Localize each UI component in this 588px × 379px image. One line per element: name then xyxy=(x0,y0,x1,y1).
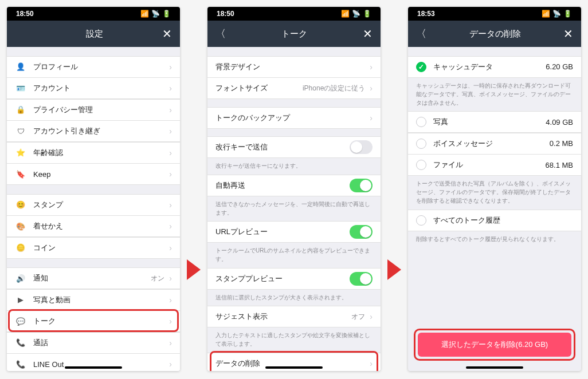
row-label: トークのバックアップ xyxy=(215,113,370,123)
data-option-row[interactable]: ファイル68.1 MB xyxy=(408,154,581,176)
row-label: トーク xyxy=(33,316,169,326)
settings-row[interactable]: 改行キーで送信 xyxy=(207,136,381,158)
settings-row[interactable]: 自動再送 xyxy=(207,175,381,196)
settings-row[interactable]: 😊スタンプ› xyxy=(7,194,180,216)
settings-row[interactable]: スタンププレビュー xyxy=(207,268,381,290)
chevron-icon: › xyxy=(370,359,373,368)
settings-row[interactable]: URLプレビュー xyxy=(207,221,381,243)
row-label: サジェスト表示 xyxy=(215,311,351,322)
description-text: 改行キーが送信キーになります。 xyxy=(207,158,381,175)
battery-icon: 🔋 xyxy=(162,10,171,18)
status-icons: 📶 📡 🔋 xyxy=(341,10,371,18)
data-size: 68.1 MB xyxy=(546,161,573,169)
header-title: トーク xyxy=(226,29,363,40)
settings-row[interactable]: トークのバックアップ› xyxy=(207,107,381,129)
radio[interactable] xyxy=(416,160,426,170)
status-bar: 18:53 📶 📡 🔋 xyxy=(408,7,581,21)
phone-icon: 📞 xyxy=(15,338,26,347)
data-option-row[interactable]: キャッシュデータ6.20 GB xyxy=(408,56,581,78)
radio[interactable] xyxy=(416,139,426,149)
radio[interactable] xyxy=(416,215,426,226)
home-indicator[interactable] xyxy=(466,366,523,369)
close-icon[interactable]: ✕ xyxy=(363,27,373,41)
chevron-icon: › xyxy=(169,62,172,72)
chevron-icon: › xyxy=(169,317,172,326)
settings-row[interactable]: 📞通話› xyxy=(7,332,180,354)
play-icon: ▶ xyxy=(15,295,26,304)
signal-icon: 📶 xyxy=(140,10,149,18)
settings-row[interactable]: 👤プロフィール› xyxy=(7,56,180,78)
shield-icon: 🛡 xyxy=(15,127,26,136)
phone-talk: 18:50 📶 📡 🔋 〈 トーク ✕ 背景デザイン›フォントサイズiPhone… xyxy=(207,7,381,371)
chevron-icon: › xyxy=(169,169,172,179)
row-label: 写真 xyxy=(433,117,546,127)
settings-row[interactable]: 🛡アカウント引き継ぎ› xyxy=(7,120,180,142)
settings-row[interactable]: 🪪アカウント› xyxy=(7,77,180,99)
description-text: トークで送受信された写真（アルバムを除く）、ボイスメッセージ、ファイルのデータで… xyxy=(408,176,581,210)
settings-row[interactable]: ⭐年齢確認› xyxy=(7,142,180,164)
arrow-icon xyxy=(387,259,401,280)
description-text: キャッシュデータは、一時的に保存された再ダウンロード可能なデータです。写真、ボイ… xyxy=(408,78,581,112)
settings-row[interactable]: 背景デザイン› xyxy=(207,56,381,78)
chevron-icon: › xyxy=(370,113,373,123)
row-label: プロフィール xyxy=(33,62,169,72)
row-label: プライバシー管理 xyxy=(33,105,169,115)
toggle[interactable] xyxy=(350,272,373,286)
signal-icon: 📶 xyxy=(341,10,350,18)
chevron-icon: › xyxy=(169,148,172,157)
chevron-icon: › xyxy=(370,84,373,93)
settings-row[interactable]: 🎨着せかえ› xyxy=(7,215,180,237)
settings-list: 👤プロフィール›🪪アカウント›🔒プライバシー管理›🛡アカウント引き継ぎ›⭐年齢確… xyxy=(7,47,180,371)
chevron-icon: › xyxy=(169,105,172,115)
row-label: Keep xyxy=(33,170,169,179)
delete-data-list: キャッシュデータ6.20 GBキャッシュデータは、一時的に保存された再ダウンロー… xyxy=(408,47,581,371)
data-option-row[interactable]: ボイスメッセージ0.2 MB xyxy=(408,133,581,155)
header-title: データの削除 xyxy=(426,29,563,40)
data-size: 4.09 GB xyxy=(546,118,573,127)
radio[interactable] xyxy=(416,117,426,127)
row-label: キャッシュデータ xyxy=(433,62,546,72)
row-label: 通話 xyxy=(33,338,169,348)
back-icon[interactable]: 〈 xyxy=(416,27,426,41)
chevron-icon: › xyxy=(169,338,172,348)
smile-icon: 😊 xyxy=(15,200,26,209)
battery-icon: 🔋 xyxy=(563,10,572,18)
data-size: 6.20 GB xyxy=(546,62,573,71)
header-title: 設定 xyxy=(26,29,162,40)
delete-button[interactable]: 選択したデータを削除(6.20 GB) xyxy=(418,333,571,357)
star-icon: ⭐ xyxy=(15,148,26,157)
signal-icon: 📶 xyxy=(542,10,550,18)
close-icon[interactable]: ✕ xyxy=(162,27,172,41)
chat-icon: 💬 xyxy=(15,317,26,326)
status-time: 18:53 xyxy=(417,10,435,18)
description-text: 送信前に選択したスタンプが大きく表示されます。 xyxy=(207,290,381,306)
settings-row[interactable]: フォントサイズiPhoneの設定に従う› xyxy=(207,77,381,99)
chevron-icon: › xyxy=(370,62,373,72)
delete-button-highlight: 選択したデータを削除(6.20 GB) xyxy=(414,329,575,361)
arrow-icon xyxy=(187,259,201,280)
toggle[interactable] xyxy=(350,225,373,239)
radio[interactable] xyxy=(416,62,426,72)
toggle[interactable] xyxy=(350,179,373,192)
data-option-row[interactable]: すべてのトーク履歴 xyxy=(408,210,581,231)
close-icon[interactable]: ✕ xyxy=(563,27,573,41)
settings-row[interactable]: 🪙コイン› xyxy=(7,237,180,259)
wifi-icon: 📡 xyxy=(151,10,160,18)
toggle[interactable] xyxy=(350,140,373,154)
settings-row[interactable]: 💬トーク› xyxy=(7,310,180,332)
home-indicator[interactable] xyxy=(265,366,323,369)
settings-row[interactable]: ▶写真と動画› xyxy=(7,289,180,311)
row-label: 改行キーで送信 xyxy=(215,142,350,152)
home-indicator[interactable] xyxy=(65,366,122,369)
settings-row[interactable]: サジェスト表示オフ› xyxy=(207,306,381,327)
row-label: 自動再送 xyxy=(215,180,350,191)
row-label: アカウント引き継ぎ xyxy=(33,126,169,136)
settings-row[interactable]: 🔊通知オン› xyxy=(7,267,180,289)
back-icon[interactable]: 〈 xyxy=(215,27,226,41)
settings-row[interactable]: 🔒プライバシー管理› xyxy=(7,99,180,121)
settings-row[interactable]: 🔖Keep› xyxy=(7,163,180,185)
phone-icon: 📞 xyxy=(15,360,26,369)
description-text: 送信できなかったメッセージを、一定時間後に自動で再送します。 xyxy=(207,196,381,222)
data-option-row[interactable]: 写真4.09 GB xyxy=(408,111,581,133)
row-label: 年齢確認 xyxy=(33,148,169,158)
